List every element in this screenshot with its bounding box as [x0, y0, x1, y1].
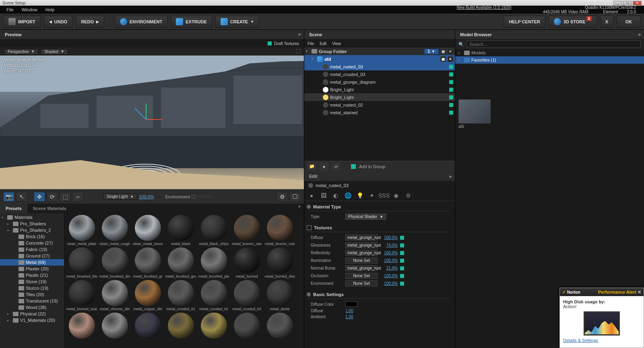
import-button[interactable]: IMPORT: [3, 16, 41, 28]
diffuse-color-swatch[interactable]: [345, 301, 357, 307]
add-folder-button[interactable]: 📁: [308, 163, 316, 171]
scene-menu-edit[interactable]: Edit: [320, 41, 326, 46]
visibility-toggle[interactable]: [449, 80, 453, 84]
material-preset[interactable]: [264, 313, 295, 340]
tree-item[interactable]: Concrete (27): [0, 240, 64, 246]
texture-percent[interactable]: 74.0%: [380, 243, 398, 247]
tree-item[interactable]: ▾Materials: [0, 214, 64, 220]
image-icon[interactable]: 🖼: [320, 192, 328, 200]
texture-value[interactable]: None Set: [345, 257, 378, 264]
material-preset[interactable]: metal_black_chips: [198, 215, 229, 246]
texture-value[interactable]: metal_grunge_rust: [345, 235, 378, 241]
menu-window[interactable]: Window: [18, 6, 41, 13]
cancel-button[interactable]: X: [600, 16, 613, 28]
visibility-toggle[interactable]: ▣: [440, 49, 446, 54]
environment-checkbox[interactable]: [192, 195, 196, 199]
tree-item[interactable]: Stone (19): [0, 278, 64, 285]
light-select[interactable]: Single Light▼: [103, 194, 137, 200]
tree-item[interactable]: Ground (27): [0, 253, 64, 259]
expand-icon[interactable]: ▸: [296, 204, 304, 213]
environment-slider[interactable]: [197, 196, 213, 198]
visibility-toggle[interactable]: [449, 72, 453, 76]
ok-button[interactable]: OK: [617, 16, 641, 28]
scale-tool[interactable]: ⬚: [60, 192, 71, 202]
material-preset[interactable]: [66, 313, 97, 340]
material-preset[interactable]: metal_burned_scat: [66, 280, 97, 311]
expand-icon[interactable]: ▸: [636, 32, 644, 37]
redo-button[interactable]: REDO▶: [76, 16, 104, 28]
texture-checkbox[interactable]: [400, 274, 404, 278]
model-thumbnail[interactable]: [458, 99, 491, 124]
tree-item[interactable]: Wood (38): [0, 304, 64, 311]
material-preset[interactable]: metal_brushed_bla: [66, 247, 97, 278]
menu-file[interactable]: File: [2, 6, 18, 13]
scene-item[interactable]: metal_rusted_02: [304, 101, 455, 109]
delete-button[interactable]: ✕: [448, 49, 453, 54]
group-folder-row[interactable]: ▾ Group Folder 1▼ ▣ ✕: [304, 47, 455, 55]
undo-button[interactable]: ◀UNDO: [44, 16, 72, 28]
tree-item[interactable]: Tiles (20): [0, 291, 64, 298]
material-preset[interactable]: metal_burned: [231, 247, 262, 278]
3d-viewport[interactable]: Model: Multiple Models Vertices: 2243154…: [0, 56, 304, 189]
scene-item[interactable]: metal_grunge_diagram: [304, 78, 455, 86]
material-preset[interactable]: metal_crusted_01: [165, 280, 196, 311]
spotlight-icon[interactable]: ✦: [368, 192, 376, 200]
visibility-toggle[interactable]: [449, 88, 453, 92]
fog-icon[interactable]: ◉: [392, 192, 400, 200]
visibility-toggle[interactable]: ▣: [440, 56, 446, 62]
expand-icon[interactable]: ▸: [447, 174, 455, 179]
add-plane-button[interactable]: ▱: [332, 163, 341, 171]
3d-store-button[interactable]: 3D STORE2: [549, 16, 597, 28]
tree-item[interactable]: ▾Pro_Shaders_2: [0, 227, 64, 233]
tree-item[interactable]: Metal (69): [0, 259, 64, 266]
material-preset[interactable]: metal_copper_dirt: [132, 280, 163, 311]
tree-item[interactable]: Translucent (19): [0, 298, 64, 304]
shader-icon[interactable]: ◐: [332, 192, 340, 200]
light-icon[interactable]: 💡: [356, 192, 364, 200]
texture-value[interactable]: metal_grunge_rust: [345, 250, 378, 256]
scene-item[interactable]: Bright_Light: [304, 93, 455, 101]
sss-icon[interactable]: SSS: [380, 192, 388, 200]
texture-percent[interactable]: 100.0%: [380, 235, 398, 240]
extrude-button[interactable]: EXTRUDE: [171, 16, 212, 28]
move-tool[interactable]: ✥: [34, 192, 45, 202]
scene-item[interactable]: metal_stained: [304, 109, 455, 116]
material-preset[interactable]: [231, 313, 262, 340]
tree-item[interactable]: Fabric (19): [0, 246, 64, 253]
material-preset[interactable]: metal_brushed_pla: [198, 247, 229, 278]
gear-icon[interactable]: ⚙: [404, 192, 412, 200]
tree-item[interactable]: ▸Pro_Shaders: [0, 220, 64, 227]
material-preset[interactable]: clean_metal_rough: [99, 215, 130, 246]
material-preset[interactable]: metal_burned_dea: [264, 247, 295, 278]
opacity-value[interactable]: 100.0%: [139, 194, 154, 199]
material-preset[interactable]: metal_crusted_02: [198, 280, 229, 311]
texture-checkbox[interactable]: [400, 259, 404, 263]
shaded-select[interactable]: Shaded▼: [41, 49, 68, 55]
tree-item[interactable]: Plastic (21): [0, 272, 64, 278]
tree-item[interactable]: Stucco (19): [0, 285, 64, 291]
search-input[interactable]: [466, 41, 641, 48]
environment-button[interactable]: ENVIRONMENT: [115, 16, 167, 28]
notification-close-icon[interactable]: ✕: [636, 290, 641, 295]
material-preset[interactable]: metal_crusted_03: [231, 280, 262, 311]
globe-icon[interactable]: 🌐: [344, 192, 352, 200]
texture-percent[interactable]: 100.0%: [380, 251, 398, 255]
favorites-row[interactable]: ▸Favorites (1): [455, 56, 644, 64]
scene-item[interactable]: Bright_Light: [304, 86, 455, 93]
visibility-toggle[interactable]: [449, 95, 453, 99]
add-sphere-button[interactable]: ●: [320, 163, 328, 171]
material-preset[interactable]: [198, 313, 229, 340]
material-preset[interactable]: metal_brushed_din: [99, 247, 130, 278]
texture-percent[interactable]: 100.0%: [380, 274, 398, 278]
delete-button[interactable]: ✕: [448, 56, 453, 62]
visibility-toggle[interactable]: [449, 103, 453, 107]
gear-icon[interactable]: ⚙: [277, 192, 288, 202]
menu-help[interactable]: Help: [41, 6, 59, 13]
texture-value[interactable]: metal_grunge_rust: [345, 265, 378, 271]
add-to-group-checkbox[interactable]: [351, 164, 356, 169]
texture-checkbox[interactable]: [400, 266, 404, 270]
anchor-tool[interactable]: ⌐: [72, 192, 84, 202]
tab-presets[interactable]: Presets: [0, 204, 27, 213]
material-preset[interactable]: [132, 313, 163, 340]
ambient-value[interactable]: 1.00: [345, 315, 353, 319]
